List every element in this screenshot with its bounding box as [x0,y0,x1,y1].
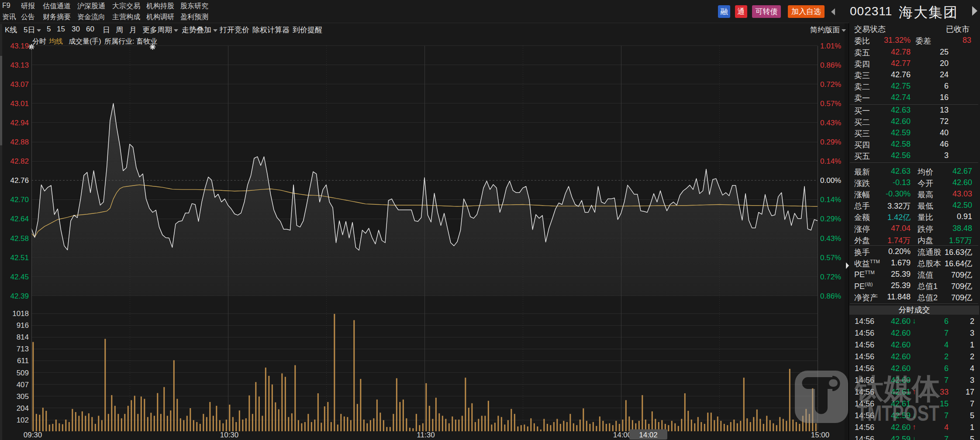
tab-label: 打开竞价 [220,26,249,34]
ask-label: 卖四 [854,59,870,69]
stat-label: 流值 [918,270,933,280]
stat-label: 涨跌 [854,178,870,189]
stat-value: 1.74万 [873,235,911,246]
ts-count: 3 [952,329,974,338]
ts-volume: 6 [918,364,949,373]
menu-item-1-1[interactable]: 公告 [21,13,35,22]
bid-volume: 13 [909,106,949,115]
weibi-value: 31.32% [871,36,911,45]
tab-除权计算器[interactable]: 除权计算器 [252,25,290,35]
menu-item-1-5[interactable]: 机构调研 [146,13,174,22]
stat-label: 内盘 [918,235,933,246]
stat-label: 外盘 [854,235,870,246]
tab-60[interactable]: 60 [86,25,94,34]
volume-axis-label: 1018 [12,309,29,318]
ts-time: 14:56 [855,435,874,440]
ts-count: 2 [952,317,974,326]
volume-axis-label: 611 [17,357,29,365]
tab-label: 60 [86,25,94,33]
volume-axis-label: 713 [17,345,29,353]
tab-label: 到价提醒 [293,26,322,34]
ts-volume: 7 [918,435,949,440]
next-stock-arrow[interactable] [972,6,977,16]
weicha-label: 委差 [915,36,931,46]
trade-status-label: 交易状态 [854,24,886,34]
sub-item-2[interactable]: 成交量(手) [69,37,101,46]
badge-margin[interactable]: 融 [718,5,730,18]
badge-convertible-bond[interactable]: 可转债 [752,5,781,18]
pct-axis-label: 0.43% [820,119,841,127]
menu-item-1-4[interactable]: 主营构成 [112,13,140,22]
panel-gap-strip [845,23,849,440]
menu-item-0-4[interactable]: 大宗交易 [112,2,140,11]
weicha-value: 83 [932,36,971,45]
tab-周[interactable]: 周 [116,25,123,35]
stat-value: 16.63亿 [935,247,972,258]
menu-item-1-2[interactable]: 财务摘要 [43,13,71,22]
bid-volume: 3 [909,151,949,160]
intraday-chart[interactable]: 43.191.01%43.130.86%43.070.72%43.010.57%… [0,0,980,440]
left-scrollbar-thumb[interactable] [0,56,2,145]
stat-label: 涨停 [854,224,870,234]
tab-5[interactable]: 5 [47,25,51,34]
menu-item-0-0[interactable]: F9 [2,2,10,10]
tab-日[interactable]: 日 [103,25,110,35]
bid-price: 42.56 [871,151,911,160]
volume-axis-label: 102 [17,416,29,424]
prev-stock-arrow[interactable] [831,8,835,15]
ask-label: 卖一 [854,93,870,103]
tab-月[interactable]: 月 [129,25,137,35]
ts-count: 2 [952,352,974,361]
layout-select[interactable]: 简约版面 [810,25,846,35]
stat-value: 25.39 [873,270,911,279]
ask-volume: 20 [909,59,949,68]
bid-price: 42.58 [871,140,911,149]
stock-code: 002311 [850,4,892,18]
tab-到价提醒[interactable]: 到价提醒 [293,25,322,35]
price-axis-label: 42.82 [10,157,29,165]
badge-connect[interactable]: 通 [735,5,747,18]
left-scrollbar[interactable] [0,24,2,440]
tab-更多周期[interactable]: 更多周期 [142,25,178,35]
tab-15[interactable]: 15 [57,25,65,34]
stat-value: 709亿 [935,270,972,280]
tab-30[interactable]: 30 [72,25,80,34]
sub-item-3[interactable]: 所属行业: 畜牧业 [104,37,157,46]
tab-走势叠加[interactable]: 走势叠加 [182,25,217,35]
ts-time: 14:56 [855,423,874,432]
menu-item-0-1[interactable]: 研报 [21,2,35,11]
stat-value: 42.50 [935,201,972,210]
tab-打开竞价[interactable]: 打开竞价 [220,25,249,35]
pct-axis-label: 0.14% [820,196,841,204]
badge-add-watchlist[interactable]: 加入自选 [788,5,825,18]
ts-price: 42.60 [876,352,911,361]
bid-label: 买五 [854,151,870,162]
menu-item-1-0[interactable]: 资讯 [2,13,16,22]
ts-time: 14:56 [855,340,874,350]
volume-axis-label: 305 [17,392,29,401]
ts-volume: 6 [918,317,949,326]
tab-label: 除权计算器 [252,26,290,34]
ask-price: 42.74 [871,93,911,102]
menu-item-1-6[interactable]: 盈利预测 [180,13,208,22]
ts-price: 42.60 [876,364,911,373]
sub-item-1[interactable]: 均线 [49,37,63,46]
ts-count: 7 [952,399,974,409]
ts-price: 42.59 [876,435,911,440]
tab-K线[interactable]: K线 [5,25,17,35]
menu-item-1-3[interactable]: 资金流向 [77,13,105,22]
menu-item-0-2[interactable]: 估值通道 [43,2,71,11]
tab-label: 周 [116,26,123,34]
menu-item-0-3[interactable]: 沪深股通 [77,2,105,11]
price-axis-label: 42.88 [10,138,29,146]
pct-axis-label: 0.57% [820,100,841,108]
ts-count: 1 [952,423,974,432]
menu-item-0-5[interactable]: 机构持股 [146,2,174,11]
sub-item-0[interactable]: 分时 [32,37,46,46]
tab-5日[interactable]: 5日 [24,25,41,35]
tab-label: 月 [129,26,137,34]
menu-item-0-6[interactable]: 股东研究 [180,2,208,11]
stat-value: 11.848 [873,292,911,302]
tab-label: 5日 [24,26,35,34]
stat-value: 42.63 [873,167,911,176]
